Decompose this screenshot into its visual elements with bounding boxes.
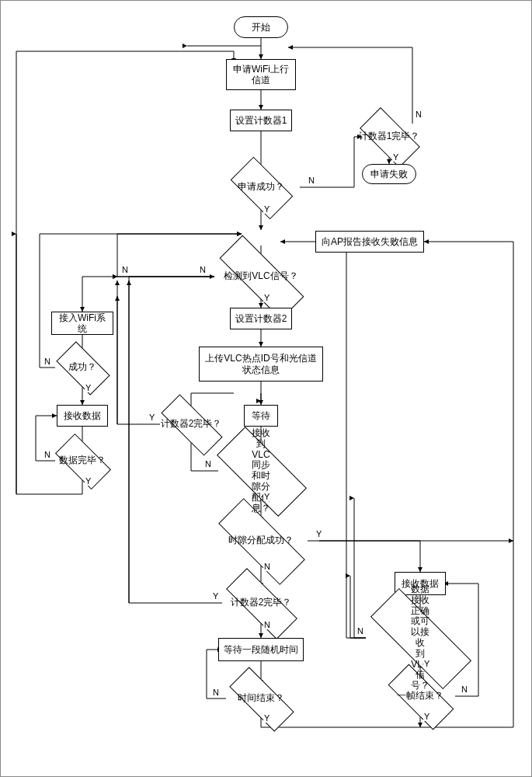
recv-vlc-sync-decision: 接收到VLC同步和时隙分 配信息？ bbox=[261, 471, 262, 472]
edge-y: Y bbox=[263, 713, 270, 723]
report-fail-label: 向AP报告接收失败信息 bbox=[322, 236, 418, 247]
edge-n: N bbox=[212, 688, 220, 697]
counter2-done-2-decision: 计数器2完毕？ bbox=[261, 603, 262, 604]
counter2-q1-label: 计数器2完毕？ bbox=[161, 419, 222, 430]
wifi-success-decision: 成功？ bbox=[82, 368, 83, 368]
detect-vlc-decision: 检测到VLC信号？ bbox=[261, 277, 262, 277]
start-label: 开始 bbox=[252, 22, 270, 33]
edge-n: N bbox=[308, 176, 315, 185]
edge-y: Y bbox=[423, 659, 430, 668]
counter2-done-1-decision: 计数器2完毕？ bbox=[191, 424, 192, 425]
wait-label: 等待 bbox=[252, 410, 270, 421]
request-wifi-uplink: 申请WiFi上行 信道 bbox=[226, 59, 296, 90]
edge-y: Y bbox=[423, 712, 430, 721]
edge-y: Y bbox=[85, 476, 92, 486]
edge-n: N bbox=[43, 357, 51, 366]
edge-y: Y bbox=[148, 413, 155, 422]
set-counter1-label: 设置计数器1 bbox=[235, 115, 287, 126]
edge-y: Y bbox=[315, 529, 322, 538]
frame-end-decision: 一帧结束？ bbox=[420, 696, 421, 697]
access-wifi-label: 接入WiFi系统 bbox=[55, 312, 110, 335]
wait: 等待 bbox=[244, 405, 278, 427]
edge-y: Y bbox=[85, 383, 92, 392]
edge-n: N bbox=[263, 562, 271, 571]
edge-y: Y bbox=[263, 204, 270, 214]
start-terminal: 开始 bbox=[234, 16, 288, 38]
data-done-left-decision: 数据完毕？ bbox=[82, 461, 83, 462]
data-ok-vlc-label: 数据接收正确或可以接收 到VLC信号？ bbox=[411, 584, 429, 692]
request-success-label: 申请成功？ bbox=[238, 182, 284, 193]
data-done-left-label: 数据完毕？ bbox=[59, 455, 106, 466]
edge-n: N bbox=[263, 620, 271, 629]
report-fail-to-ap: 向AP报告接收失败信息 bbox=[315, 231, 424, 253]
upload-vlc-info: 上传VLC热点ID号和光信道状态信息 bbox=[199, 347, 323, 382]
access-wifi-system: 接入WiFi系统 bbox=[51, 312, 113, 335]
recv-data-left-label: 接收数据 bbox=[64, 410, 101, 421]
slot-alloc-success-decision: 时隙分配成功？ bbox=[261, 541, 262, 542]
edge-y: Y bbox=[263, 293, 270, 302]
edge-y: Y bbox=[212, 591, 219, 601]
set-counter-1: 设置计数器1 bbox=[230, 110, 292, 131]
wait-random-time: 等待一段随机时间 bbox=[218, 638, 304, 661]
request-fail-label: 申请失败 bbox=[370, 169, 408, 179]
data-ok-vlc-decision: 数据接收正确或可以接收 到VLC信号？ bbox=[420, 638, 421, 639]
set-counter2-label: 设置计数器2 bbox=[235, 313, 287, 324]
receive-data-left: 接收数据 bbox=[57, 405, 108, 427]
time-end-label: 时间结束？ bbox=[238, 693, 284, 704]
edge-n: N bbox=[415, 110, 422, 119]
time-end-decision: 时间结束？ bbox=[261, 699, 262, 699]
edge-y: Y bbox=[263, 492, 270, 501]
edge-n: N bbox=[204, 459, 212, 469]
frame-end-label: 一帧结束？ bbox=[397, 691, 443, 702]
request-success-decision: 申请成功？ bbox=[261, 187, 262, 188]
edge-n: N bbox=[356, 626, 364, 636]
edge-n: N bbox=[121, 265, 129, 274]
flowchart-canvas: 开始 申请WiFi上行 信道 设置计数器1 申请成功？ 计数器1完毕？ 申请失败… bbox=[0, 0, 532, 777]
upload-vlc-label: 上传VLC热点ID号和光信道状态信息 bbox=[203, 353, 319, 375]
edge-n: N bbox=[43, 450, 51, 459]
counter1-done-decision: 计数器1完毕？ bbox=[389, 137, 390, 138]
set-counter-2: 设置计数器2 bbox=[230, 308, 292, 329]
edge-y: Y bbox=[392, 152, 399, 162]
request-wifi-label: 申请WiFi上行 信道 bbox=[233, 64, 289, 86]
wifi-success-label: 成功？ bbox=[68, 362, 96, 373]
counter1-done-label: 计数器1完毕？ bbox=[359, 131, 420, 142]
edge-n: N bbox=[199, 265, 207, 274]
wait-random-label: 等待一段随机时间 bbox=[224, 644, 298, 655]
counter2-q2-label: 计数器2完毕？ bbox=[231, 598, 292, 608]
slot-success-label: 时隙分配成功？ bbox=[228, 535, 294, 546]
detect-vlc-label: 检测到VLC信号？ bbox=[224, 271, 297, 282]
request-fail-terminal: 申请失败 bbox=[362, 164, 416, 184]
edge-n: N bbox=[461, 685, 468, 694]
